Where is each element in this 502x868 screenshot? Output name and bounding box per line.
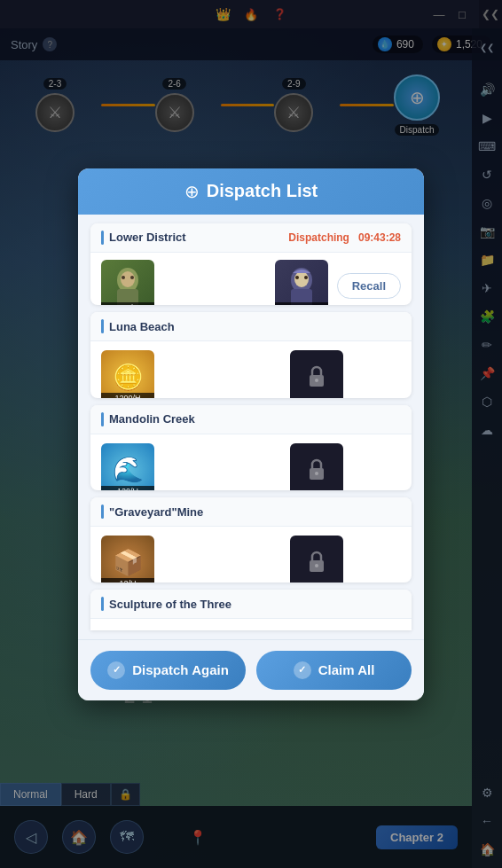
lower-district-title: Lower District (109, 231, 186, 244)
dispatch-again-button[interactable]: ✓ Dispatch Again (90, 651, 246, 690)
section-luna-beach: Luna Beach 🪙 1200/H (90, 312, 412, 397)
locked-slot-graveyard (290, 536, 343, 583)
section-lower-district: Lower District Dispatching 09:43:28 (90, 223, 412, 306)
char-2-label: 07 (275, 302, 328, 306)
svg-point-7 (294, 271, 309, 287)
luna-beach-title: Luna Beach (109, 320, 175, 333)
section-bar-icon (101, 231, 104, 245)
svg-point-9 (304, 276, 308, 279)
section-content-luna: 🪙 1200/H Chapter 2 (90, 341, 412, 397)
dispatch-again-label: Dispatch Again (132, 662, 229, 677)
dispatch-timer: 09:43:28 (358, 231, 401, 244)
section-sculpture-three: Sculpture of the Three (90, 590, 412, 629)
svg-point-8 (295, 276, 299, 279)
section-header-lower-district: Lower District Dispatching 09:43:28 (90, 223, 412, 253)
chapter-2-label: Chapter 2 (352, 371, 401, 383)
item-label-luna: 1200/H (101, 393, 154, 397)
char-2-image (284, 264, 319, 306)
dispatch-right-area: 07 Recall (275, 260, 401, 306)
dispatch-status: Dispatching (288, 231, 349, 244)
modal-title: Dispatch List (207, 181, 318, 201)
locked-slot-mandolin (290, 443, 343, 490)
section-bar-luna (101, 319, 104, 333)
lock-icon-graveyard (307, 551, 326, 574)
claim-all-button[interactable]: ✓ Claim All (256, 651, 412, 690)
section-content-lower-district: 240/H (90, 253, 412, 306)
svg-point-11 (315, 379, 318, 382)
dispatch-header-icon: ⊕ (184, 181, 200, 202)
graveyard-mine-title: "Graveyard"Mine (109, 505, 203, 519)
char-slot-1: 240/H (101, 260, 154, 306)
modal-header: ⊕ Dispatch List (78, 168, 424, 215)
mandolin-creek-title: Mandolin Creek (109, 412, 195, 426)
svg-point-4 (130, 276, 134, 279)
sculpture-three-title: Sculpture of the Three (109, 598, 231, 611)
recall-button[interactable]: Recall (337, 273, 401, 299)
section-content-graveyard: 📦 12/H Chapter 4 (90, 527, 412, 583)
modal-body: Lower District Dispatching 09:43:28 (78, 215, 424, 639)
svg-point-3 (122, 276, 125, 279)
item-thumb-graveyard: 📦 12/H (101, 536, 154, 583)
section-header-mandolin: Mandolin Creek (90, 405, 412, 434)
svg-point-13 (315, 472, 318, 475)
char-1-image (110, 264, 145, 306)
section-content-mandolin: 🌊 120/H Chapter 3 (90, 434, 412, 490)
char-slot-2: 07 (275, 260, 328, 306)
section-header-sculpture: Sculpture of the Three (90, 590, 412, 619)
item-thumb-mandolin: 🌊 120/H (101, 443, 154, 490)
section-bar-mandolin (101, 412, 104, 426)
section-header-luna-beach: Luna Beach (90, 312, 412, 341)
svg-point-2 (121, 271, 135, 287)
section-bar-sculpture (101, 597, 104, 611)
lock-icon-luna (307, 365, 326, 388)
section-bar-graveyard (101, 504, 104, 519)
section-mandolin-creek: Mandolin Creek 🌊 120/H (90, 405, 412, 490)
section-header-graveyard: "Graveyard"Mine (90, 497, 412, 527)
dispatch-modal: ⊕ Dispatch List Lower District Dispatchi… (78, 168, 424, 700)
item-label-mandolin: 120/H (101, 486, 154, 490)
modal-footer: ✓ Dispatch Again ✓ Claim All (78, 639, 424, 700)
item-thumb-luna: 🪙 1200/H (101, 350, 154, 397)
section-graveyard-mine: "Graveyard"Mine 📦 12/H (90, 497, 412, 583)
sculpture-partial-content (90, 619, 412, 629)
locked-slot-luna (290, 350, 343, 397)
lock-icon-mandolin (307, 458, 326, 481)
dispatch-again-check-icon: ✓ (107, 661, 125, 679)
claim-all-label: Claim All (318, 662, 375, 677)
chapter-4-label: Chapter 4 (352, 556, 401, 568)
item-label-graveyard: 12/H (101, 578, 154, 583)
char-1-label: 240/H (101, 302, 154, 306)
modal-overlay: ⊕ Dispatch List Lower District Dispatchi… (0, 0, 502, 868)
claim-all-check-icon: ✓ (294, 661, 311, 679)
svg-point-15 (315, 564, 318, 567)
chapter-3-label: Chapter 3 (352, 464, 401, 476)
